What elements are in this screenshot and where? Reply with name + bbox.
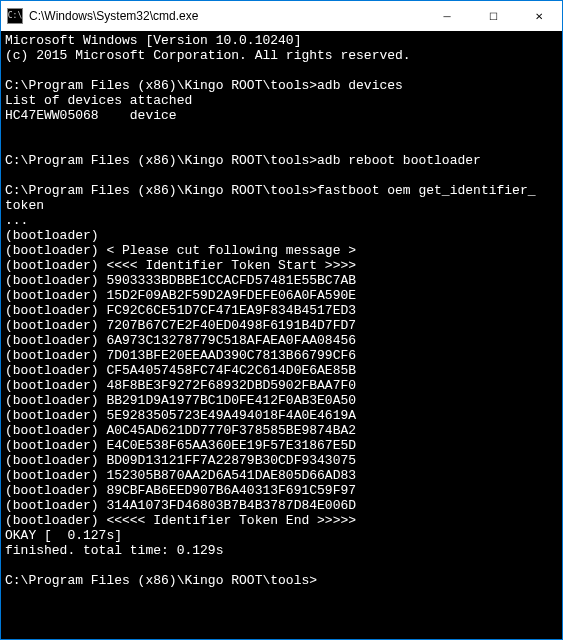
terminal-line: (bootloader) 15D2F09AB2F59D2A9FDEFE06A0F… xyxy=(5,288,558,303)
terminal-line: (bootloader) A0C45AD621DD7770F378585BE98… xyxy=(5,423,558,438)
terminal-line: (bootloader) CF5A4057458FC74F4C2C614D0E6… xyxy=(5,363,558,378)
terminal-line xyxy=(5,168,558,183)
cmd-icon: C:\ xyxy=(7,8,23,24)
terminal-line: (bootloader) <<<< Identifier Token Start… xyxy=(5,258,558,273)
terminal-line xyxy=(5,138,558,153)
terminal-line: C:\Program Files (x86)\Kingo ROOT\tools>… xyxy=(5,153,558,168)
terminal-line: ... xyxy=(5,213,558,228)
terminal-line: (bootloader) xyxy=(5,228,558,243)
cmd-icon-text: C:\ xyxy=(8,12,22,20)
close-button[interactable]: ✕ xyxy=(516,1,562,31)
terminal-line: token xyxy=(5,198,558,213)
titlebar[interactable]: C:\ C:\Windows\System32\cmd.exe ─ ☐ ✕ xyxy=(1,1,562,31)
terminal-line: (bootloader) E4C0E538F65AA360EE19F57E318… xyxy=(5,438,558,453)
terminal-line: List of devices attached xyxy=(5,93,558,108)
terminal-line: C:\Program Files (x86)\Kingo ROOT\tools>… xyxy=(5,78,558,93)
terminal-line: (bootloader) 314A1073FD46803B7B4B3787D84… xyxy=(5,498,558,513)
terminal-line: HC47EWW05068 device xyxy=(5,108,558,123)
terminal-line: OKAY [ 0.127s] xyxy=(5,528,558,543)
terminal-output[interactable]: Microsoft Windows [Version 10.0.10240](c… xyxy=(1,31,562,639)
terminal-line: (bootloader) 48F8BE3F9272F68932DBD5902FB… xyxy=(5,378,558,393)
terminal-line: (bootloader) 152305B870AA2D6A541DAE805D6… xyxy=(5,468,558,483)
window-title: C:\Windows\System32\cmd.exe xyxy=(29,9,424,23)
terminal-line xyxy=(5,558,558,573)
terminal-line: (bootloader) 89CBFAB6EED907B6A40313F691C… xyxy=(5,483,558,498)
terminal-line xyxy=(5,123,558,138)
terminal-line: finished. total time: 0.129s xyxy=(5,543,558,558)
terminal-line: (bootloader) 7D013BFE20EEAAD390C7813B667… xyxy=(5,348,558,363)
minimize-button[interactable]: ─ xyxy=(424,1,470,31)
window-controls: ─ ☐ ✕ xyxy=(424,1,562,31)
terminal-line: (bootloader) BB291D9A1977BC1D0FE412F0AB3… xyxy=(5,393,558,408)
terminal-line: (bootloader) 7207B67C7E2F40ED0498F6191B4… xyxy=(5,318,558,333)
terminal-line: (bootloader) <<<<< Identifier Token End … xyxy=(5,513,558,528)
terminal-line: (c) 2015 Microsoft Corporation. All righ… xyxy=(5,48,558,63)
terminal-line: (bootloader) FC92C6CE51D7CF471EA9F834B45… xyxy=(5,303,558,318)
maximize-button[interactable]: ☐ xyxy=(470,1,516,31)
terminal-line: (bootloader) 5E9283505723E49A494018F4A0E… xyxy=(5,408,558,423)
terminal-line: C:\Program Files (x86)\Kingo ROOT\tools> xyxy=(5,573,558,588)
terminal-line: (bootloader) < Please cut following mess… xyxy=(5,243,558,258)
terminal-line: C:\Program Files (x86)\Kingo ROOT\tools>… xyxy=(5,183,558,198)
terminal-line: (bootloader) 5903333BDBBE1CCACFD57481E55… xyxy=(5,273,558,288)
cmd-window: C:\ C:\Windows\System32\cmd.exe ─ ☐ ✕ Mi… xyxy=(0,0,563,640)
terminal-line: Microsoft Windows [Version 10.0.10240] xyxy=(5,33,558,48)
terminal-line: (bootloader) 6A973C13278779C518AFAEA0FAA… xyxy=(5,333,558,348)
terminal-line xyxy=(5,63,558,78)
terminal-line: (bootloader) BD09D13121FF7A22879B30CDF93… xyxy=(5,453,558,468)
